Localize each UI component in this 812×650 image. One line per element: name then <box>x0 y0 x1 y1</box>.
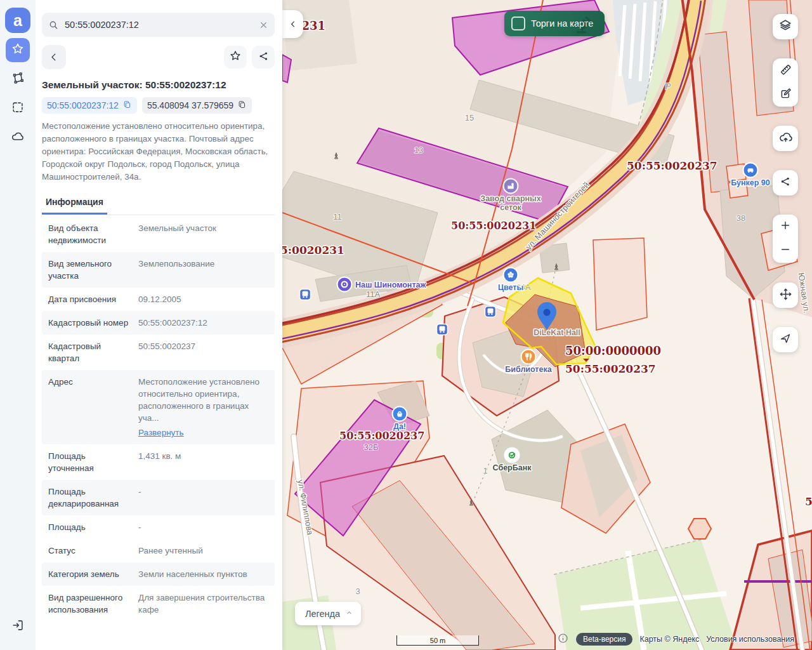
legend-button[interactable]: Легенда <box>295 602 361 625</box>
back-button[interactable] <box>42 45 66 69</box>
draw-button[interactable] <box>773 83 798 107</box>
locate-control[interactable] <box>773 327 798 352</box>
row-label: Адрес <box>48 376 129 439</box>
collapse-panel-button[interactable] <box>282 10 303 38</box>
coordinates-chip[interactable]: 55.408094 37.579659 <box>142 97 252 114</box>
copy-icon[interactable] <box>122 100 132 111</box>
map-canvas[interactable]: 02313150:55:002023750:55:00202315:002023… <box>282 0 812 650</box>
cadastral-label: 5 <box>805 495 812 508</box>
chip-text: 55.408094 37.579659 <box>147 100 233 110</box>
search-input[interactable] <box>63 19 259 30</box>
app-logo[interactable]: a <box>5 8 30 33</box>
row-label: Категория земель <box>48 568 129 580</box>
poi-dilekat-hall[interactable]: DiLeKat Hall <box>534 328 580 337</box>
cadastral-number-chip[interactable]: 50:55:0020237:12 <box>42 97 137 114</box>
login-arrow-icon <box>11 618 25 635</box>
table-row: Вид земельного участкаЗемлепользование <box>42 252 275 288</box>
table-row: Площадь уточненная1,431 кв. м <box>42 444 275 480</box>
rail-item-polygon-tool[interactable] <box>6 67 30 91</box>
bus-stop[interactable] <box>300 289 311 300</box>
poi-да![interactable]: Да! <box>393 407 407 432</box>
map-share-control[interactable] <box>773 170 798 196</box>
app-window: a Земельный участок: 50:5 <box>0 0 812 650</box>
building-number: 32Б <box>364 442 379 452</box>
table-row: СтатусРанее учтенный <box>42 539 275 562</box>
auctions-checkbox[interactable] <box>511 17 525 30</box>
table-row: Площадь декларированная- <box>42 480 275 515</box>
zoom-in-button[interactable] <box>773 215 798 239</box>
share-icon <box>258 50 270 65</box>
share-icon <box>779 175 792 190</box>
row-value: Местоположение установлено относительно … <box>129 376 268 439</box>
page-title: Земельный участок: 50:55:0020237:12 <box>42 79 275 91</box>
plus-icon <box>779 219 792 234</box>
copy-icon[interactable] <box>237 100 247 111</box>
table-row: АдресМестоположение установлено относите… <box>42 370 275 444</box>
cadastral-label: 50:55:0020237 <box>627 159 717 172</box>
building-number: 13 <box>414 145 423 155</box>
rail-item-cloud[interactable] <box>6 126 30 150</box>
upload-control[interactable] <box>773 126 798 151</box>
maps-copyright-link[interactable]: Карты © Яндекс <box>639 635 699 644</box>
favorite-button[interactable] <box>224 46 247 69</box>
row-label: Вид объекта недвижимости <box>48 222 129 246</box>
bus-stop[interactable] <box>485 307 496 317</box>
dashed-square-icon <box>11 100 25 117</box>
table-row: Вид объекта недвижимостиЗемельный участо… <box>42 216 275 252</box>
measure-draw-group <box>773 58 798 107</box>
clear-search-icon[interactable] <box>259 20 268 30</box>
cadastral-label: 50:55:0020237 <box>565 362 656 375</box>
table-row: Дата присвоения09.12.2005 <box>42 288 275 311</box>
poi-label: Наш Шиномонтаж <box>355 281 426 289</box>
star-icon <box>11 42 25 58</box>
search-bar <box>42 13 275 37</box>
ruler-button[interactable] <box>773 58 798 83</box>
row-value: - <box>129 521 268 533</box>
tabs: Информация <box>42 193 275 215</box>
expand-link[interactable]: Развернуть <box>138 427 184 439</box>
row-label: Вид разрешенного использования <box>48 592 129 616</box>
row-value: 50:55:0020237:12 <box>129 317 268 329</box>
bus-stop[interactable] <box>437 324 448 335</box>
edit-icon <box>779 87 792 103</box>
building-number: 15 <box>465 113 474 123</box>
cadastral-label: 50:55:0020231 <box>451 220 536 232</box>
zoom-out-button[interactable] <box>773 239 798 263</box>
tab-information[interactable]: Информация <box>42 193 107 215</box>
cadastral-label: 5:0020231 <box>282 244 344 256</box>
building-number: 38 <box>737 213 745 223</box>
info-icon[interactable] <box>557 632 569 646</box>
cloud-icon <box>11 129 25 146</box>
row-value: 09.12.2005 <box>129 293 268 305</box>
map-container: 02313150:55:002023750:55:00202315:002023… <box>282 0 812 650</box>
row-label: Площадь <box>48 521 129 533</box>
chips-row: 50:55:0020237:12 55.408094 37.579659 <box>42 97 275 114</box>
row-label: Кадастровый номер <box>48 317 129 329</box>
poi-label: СберБанк <box>493 463 532 472</box>
search-icon <box>48 20 59 30</box>
zoom-group <box>773 215 798 263</box>
pan-control[interactable] <box>773 282 798 308</box>
cadastral-label: 50:00:0000000 <box>565 344 661 357</box>
chevron-up-icon <box>345 609 353 619</box>
row-label: Вид земельного участка <box>48 258 129 282</box>
map-attribution: Beta-версия Карты © Яндекс Условия испол… <box>557 632 794 646</box>
table-row: Категория земельЗемли населенных пунктов <box>42 562 275 586</box>
rail-item-area-select[interactable] <box>6 96 30 121</box>
info-table: Вид объекта недвижимостиЗемельный участо… <box>42 216 275 621</box>
rail-item-login[interactable] <box>6 614 30 639</box>
row-label: Площадь уточненная <box>48 450 129 474</box>
row-value: 1,431 кв. м <box>129 450 268 474</box>
layers-control[interactable] <box>773 14 798 39</box>
terms-link[interactable]: Условия использования <box>706 635 794 644</box>
polygon-icon <box>11 71 25 88</box>
auctions-toggle[interactable]: Торги на карте <box>504 11 605 36</box>
beta-badge: Beta-версия <box>576 633 632 646</box>
rail-item-favorites[interactable] <box>6 38 30 62</box>
location-description: Местоположение установлено относительно … <box>42 120 275 183</box>
row-value: - <box>129 486 268 510</box>
building-number: 1 <box>483 466 487 475</box>
star-icon <box>229 50 242 65</box>
poi-label: DiLeKat Hall <box>534 328 580 337</box>
share-button[interactable] <box>252 46 275 69</box>
